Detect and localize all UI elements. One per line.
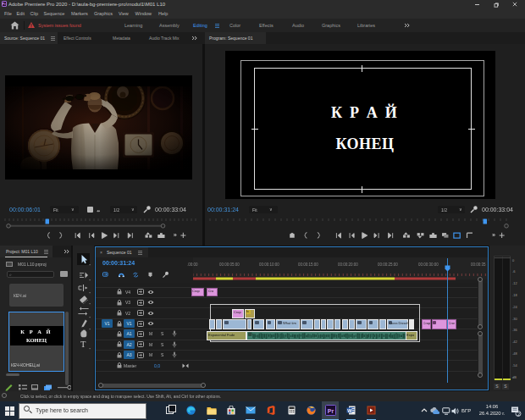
svg-text:T: T (80, 340, 86, 349)
svg-text:»: » (174, 231, 177, 239)
svg-text:2: 2 (517, 412, 520, 417)
svg-text:W: W (347, 408, 352, 413)
svg-text:»: » (492, 231, 495, 239)
